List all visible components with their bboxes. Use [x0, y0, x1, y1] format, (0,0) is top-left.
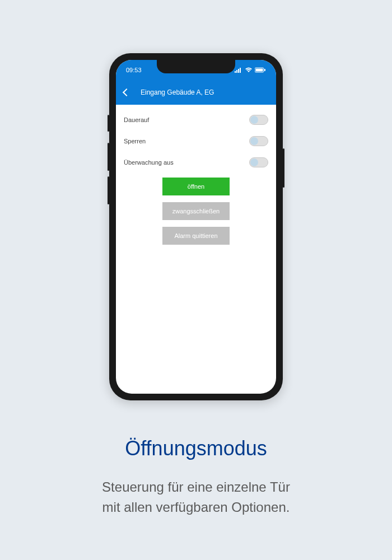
setting-row-ueberwachung: Überwachung aus	[124, 152, 268, 173]
phone-screen: 09:53 Eingang Gebäude A, EG Dauerauf Spe…	[116, 60, 276, 394]
phone-notch	[157, 60, 235, 73]
setting-row-sperren: Sperren	[124, 130, 268, 152]
open-button[interactable]: öffnen	[162, 178, 230, 195]
status-time: 09:53	[126, 67, 142, 73]
setting-row-dauerauf: Dauerauf	[124, 109, 268, 130]
phone-side-button	[108, 115, 109, 132]
app-header: Eingang Gebäude A, EG	[116, 80, 276, 105]
setting-label: Überwachung aus	[124, 159, 174, 166]
svg-rect-0	[235, 71, 236, 73]
signal-icon	[235, 67, 242, 73]
phone-side-button	[108, 143, 109, 171]
caption-line2: mit allen verfügbaren Optionen.	[102, 500, 290, 515]
back-icon[interactable]	[123, 88, 130, 96]
toggle-sperren[interactable]	[249, 136, 268, 146]
caption-line1: Steuerung für eine einzelne Tür	[102, 479, 290, 494]
svg-rect-6	[264, 69, 265, 71]
phone-side-button	[283, 148, 284, 188]
setting-label: Dauerauf	[124, 116, 149, 123]
svg-rect-1	[236, 70, 237, 73]
wifi-icon	[245, 67, 253, 73]
ack-alarm-button[interactable]: Alarm quittieren	[162, 227, 230, 245]
phone-side-button	[108, 176, 109, 204]
toggle-dauerauf[interactable]	[249, 115, 268, 125]
button-stack: öffnen zwangsschließen Alarm quittieren	[124, 173, 268, 245]
svg-rect-5	[256, 69, 263, 72]
header-title: Eingang Gebäude A, EG	[141, 88, 214, 96]
battery-icon	[255, 67, 266, 73]
settings-list: Dauerauf Sperren Überwachung aus öffnen …	[116, 105, 276, 255]
svg-rect-2	[238, 69, 239, 73]
svg-rect-3	[240, 68, 241, 73]
force-close-button[interactable]: zwangsschließen	[162, 202, 230, 220]
status-icons	[235, 67, 266, 73]
toggle-ueberwachung[interactable]	[249, 157, 268, 167]
phone-frame: 09:53 Eingang Gebäude A, EG Dauerauf Spe…	[109, 53, 283, 400]
caption-title: Öffnungsmodus	[125, 437, 267, 460]
caption-subtitle: Steuerung für eine einzelne Tür mit alle…	[102, 477, 290, 517]
setting-label: Sperren	[124, 138, 146, 144]
